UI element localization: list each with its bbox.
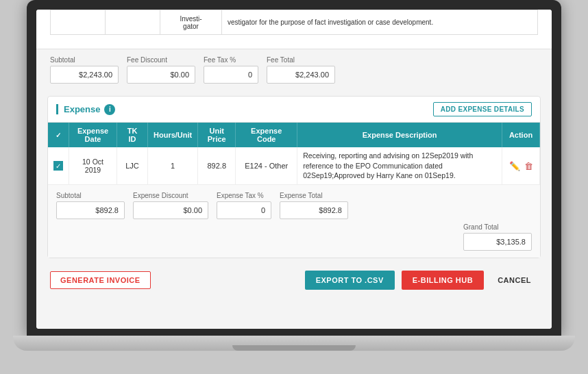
expense-header: Expense i ADD EXPENSE DETAILS	[48, 97, 540, 123]
expense-section: Expense i ADD EXPENSE DETAILS ✓	[47, 96, 541, 258]
col4-cell: vestigator for the purpose of fact inves…	[222, 10, 538, 35]
screen-bezel: Investi-gator vestigator for the purpose…	[27, 0, 561, 336]
expense-total-input[interactable]	[280, 201, 348, 219]
top-table-area: Investi-gator vestigator for the purpose…	[36, 10, 552, 49]
row-unit-price: 892.8	[198, 147, 236, 185]
fee-discount-label: Fee Discount	[127, 56, 195, 64]
fee-discount-field: Fee Discount	[127, 56, 195, 84]
tk-id-header: TK ID	[117, 123, 148, 147]
unit-price-header: Unit Price	[198, 123, 236, 147]
fee-summary: Subtotal Fee Discount Fee Tax % Fee	[36, 49, 552, 90]
expense-tax-input[interactable]	[217, 201, 271, 219]
expense-tax-label: Expense Tax %	[217, 192, 271, 199]
footer-buttons: GENERATE INVOICE EXPORT TO .CSV E-BILLIN…	[36, 264, 552, 297]
grand-total-field: Grand Total	[463, 223, 532, 251]
row-tk-id: LJC	[117, 147, 148, 185]
add-expense-button[interactable]: ADD EXPENSE DETAILS	[433, 102, 532, 116]
screen: Investi-gator vestigator for the purpose…	[36, 10, 552, 329]
edit-icon[interactable]: ✏️	[509, 161, 520, 171]
export-csv-button[interactable]: EXPORT TO .CSV	[305, 271, 395, 290]
fee-tax-field: Fee Tax %	[204, 56, 258, 84]
generate-invoice-button[interactable]: GENERATE INVOICE	[50, 271, 151, 289]
expense-subtotal-input[interactable]	[56, 201, 125, 219]
info-icon[interactable]: i	[104, 104, 115, 115]
header-checkbox[interactable]: ✓	[53, 130, 63, 140]
grand-total-row: Grand Total	[56, 223, 532, 251]
expense-summary: Subtotal Expense Discount Expense Tax %	[48, 185, 540, 258]
grand-total-input[interactable]	[463, 233, 532, 251]
expense-date-header: Expense Date	[69, 123, 117, 147]
col1-cell	[51, 10, 106, 35]
fee-total-field: Fee Total	[267, 56, 335, 84]
laptop-base	[13, 336, 575, 351]
row-expense-desc: Receiving, reporting and advising on 12S…	[297, 147, 502, 185]
expense-desc-header: Expense Description	[297, 123, 502, 147]
expense-table-row: ✓ 10 Oct 2019 LJC 1 892.8 E124 - Other R…	[48, 147, 540, 185]
fee-summary-row: Subtotal Fee Discount Fee Tax % Fee	[50, 56, 538, 84]
fee-subtotal-input[interactable]	[50, 66, 119, 84]
col2-cell	[106, 10, 160, 35]
expense-code-header: Expense Code	[236, 123, 297, 147]
action-header: Action	[502, 123, 540, 147]
hours-unit-header: Hours/Unit	[148, 123, 198, 147]
expense-summary-row: Subtotal Expense Discount Expense Tax %	[56, 192, 532, 219]
row-checkbox[interactable]: ✓	[48, 147, 69, 185]
fee-total-input[interactable]	[267, 66, 335, 84]
expense-total-field: Expense Total	[280, 192, 348, 219]
screen-content: Investi-gator vestigator for the purpose…	[36, 10, 552, 329]
fee-tax-label: Fee Tax %	[204, 56, 258, 64]
expense-discount-label: Expense Discount	[133, 192, 208, 199]
expense-tax-field: Expense Tax %	[217, 192, 271, 219]
partial-table: Investi-gator vestigator for the purpose…	[50, 10, 538, 35]
fee-subtotal-field: Subtotal	[50, 56, 119, 84]
fee-discount-input[interactable]	[127, 66, 195, 84]
expense-total-label: Expense Total	[280, 192, 348, 199]
expense-discount-input[interactable]	[133, 201, 208, 219]
fee-tax-input[interactable]	[204, 66, 258, 84]
table-row: Investi-gator vestigator for the purpose…	[51, 10, 538, 35]
expense-title-text: Expense	[56, 104, 100, 114]
row-expense-date: 10 Oct 2019	[69, 147, 117, 185]
row-expense-code: E124 - Other	[236, 147, 297, 185]
expense-subtotal-label: Subtotal	[56, 192, 125, 199]
expense-table: ✓ Expense Date TK ID Hours/Unit Unit Pri…	[48, 123, 540, 185]
ebilling-hub-button[interactable]: E-BILLING HUB	[402, 271, 484, 290]
fee-subtotal-label: Subtotal	[50, 56, 119, 64]
grand-total-label: Grand Total	[463, 223, 532, 231]
checkbox-header: ✓	[48, 123, 69, 147]
laptop-container: Investi-gator vestigator for the purpose…	[0, 0, 588, 374]
row-actions: ✏️ 🗑	[502, 147, 540, 185]
row-hours-unit: 1	[148, 147, 198, 185]
expense-title: Expense i	[56, 104, 115, 115]
expense-table-body: ✓ 10 Oct 2019 LJC 1 892.8 E124 - Other R…	[48, 147, 540, 185]
expense-subtotal-field: Subtotal	[56, 192, 125, 219]
col3-cell: Investi-gator	[160, 10, 222, 35]
expense-table-header-row: ✓ Expense Date TK ID Hours/Unit Unit Pri…	[48, 123, 540, 147]
fee-total-label: Fee Total	[267, 56, 335, 64]
cancel-button[interactable]: CANCEL	[491, 271, 538, 290]
expense-discount-field: Expense Discount	[133, 192, 208, 219]
delete-icon[interactable]: 🗑	[524, 161, 533, 171]
footer-right-buttons: EXPORT TO .CSV E-BILLING HUB CANCEL	[305, 271, 538, 290]
